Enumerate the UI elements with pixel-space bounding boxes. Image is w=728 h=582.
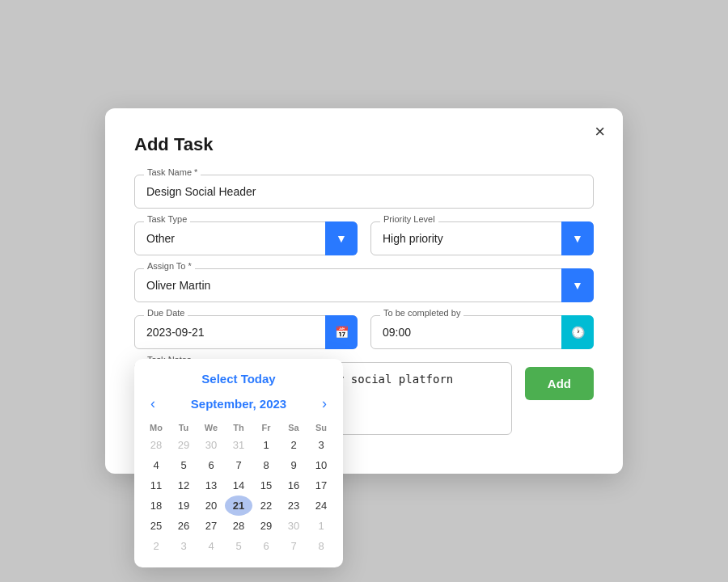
- chevron-down-icon: ▼: [572, 232, 583, 245]
- calendar-day-cell[interactable]: 2: [142, 536, 170, 556]
- calendar-day-cell[interactable]: 19: [170, 496, 197, 516]
- calendar-day-cell[interactable]: 9: [280, 455, 307, 475]
- calendar-week-row: 28293031123: [142, 435, 335, 455]
- task-type-input[interactable]: [134, 221, 358, 255]
- calendar-day-cell[interactable]: 15: [252, 475, 280, 496]
- calendar-day-cell[interactable]: 24: [307, 496, 335, 516]
- calendar-day-header: Fr: [252, 420, 280, 435]
- calendar-day-cell[interactable]: 3: [307, 435, 335, 455]
- chevron-down-icon: ▼: [336, 232, 347, 245]
- calendar-day-cell[interactable]: 8: [307, 536, 335, 556]
- calendar-day-cell[interactable]: 29: [170, 435, 197, 455]
- calendar-dropdown: Select Today ‹ September, 2023 › MoTuWeT…: [134, 359, 343, 567]
- task-type-dropdown-btn[interactable]: ▼: [325, 221, 358, 255]
- calendar-day-cell[interactable]: 28: [225, 516, 252, 536]
- add-task-button[interactable]: Add: [525, 367, 594, 400]
- task-name-group: Task Name *: [134, 175, 594, 209]
- calendar-month-label: September, 2023: [191, 397, 286, 411]
- priority-label: Priority Level: [380, 214, 438, 224]
- calendar-week-row: 2345678: [142, 536, 335, 556]
- assign-to-input[interactable]: [134, 268, 594, 302]
- calendar-day-cell[interactable]: 4: [142, 455, 170, 475]
- calendar-day-cell[interactable]: 20: [197, 496, 225, 516]
- completion-time-label: To be completed by: [380, 308, 463, 318]
- calendar-day-cell[interactable]: 23: [280, 496, 307, 516]
- calendar-week-row: 18192021222324: [142, 496, 335, 516]
- calendar-grid: MoTuWeThFrSaSu 2829303112345678910111213…: [142, 420, 335, 556]
- task-name-input[interactable]: [134, 175, 594, 209]
- type-priority-row: Task Type ▼ Priority Level ▼: [134, 221, 594, 255]
- modal-title: Add Task: [134, 134, 594, 155]
- calendar-day-cell[interactable]: 30: [197, 435, 225, 455]
- calendar-day-header: Th: [225, 420, 252, 435]
- prev-month-btn[interactable]: ‹: [146, 394, 160, 414]
- calendar-day-cell[interactable]: 29: [252, 516, 280, 536]
- priority-input[interactable]: [370, 221, 594, 255]
- calendar-day-header: Sa: [280, 420, 307, 435]
- completion-time-input[interactable]: [370, 315, 594, 349]
- calendar-week-row: 2526272829301: [142, 516, 335, 536]
- calendar-body: 2829303112345678910111213141516171819202…: [142, 435, 335, 556]
- calendar-day-header: We: [197, 420, 225, 435]
- calendar-day-cell[interactable]: 18: [142, 496, 170, 516]
- calendar-day-cell[interactable]: 8: [252, 455, 280, 475]
- calendar-day-cell[interactable]: 1: [307, 516, 335, 536]
- assign-to-dropdown-btn[interactable]: ▼: [561, 268, 594, 302]
- calendar-day-cell[interactable]: 16: [280, 475, 307, 496]
- calendar-day-cell[interactable]: 12: [170, 475, 197, 496]
- calendar-week-row: 45678910: [142, 455, 335, 475]
- calendar-day-cell[interactable]: 27: [197, 516, 225, 536]
- calendar-day-cell[interactable]: 2: [280, 435, 307, 455]
- calendar-day-cell[interactable]: 7: [280, 536, 307, 556]
- completion-time-group: To be completed by 🕐: [370, 315, 594, 349]
- clock-icon: 🕐: [571, 326, 585, 339]
- assign-to-group: Assign To * ▼: [134, 268, 594, 302]
- calendar-day-cell[interactable]: 25: [142, 516, 170, 536]
- calendar-day-header: Mo: [142, 420, 170, 435]
- due-date-input[interactable]: [134, 315, 358, 349]
- close-button[interactable]: ×: [595, 123, 605, 141]
- calendar-week-row: 11121314151617: [142, 475, 335, 496]
- task-type-group: Task Type ▼: [134, 221, 358, 255]
- calendar-day-cell[interactable]: 22: [252, 496, 280, 516]
- calendar-day-cell[interactable]: 4: [197, 536, 225, 556]
- calendar-day-cell[interactable]: 13: [197, 475, 225, 496]
- calendar-day-cell[interactable]: 14: [225, 475, 252, 496]
- select-today-btn[interactable]: Select Today: [142, 369, 335, 394]
- calendar-day-headers: MoTuWeThFrSaSu: [142, 420, 335, 435]
- calendar-day-cell[interactable]: 21: [225, 496, 252, 516]
- task-name-label: Task Name *: [144, 167, 201, 177]
- calendar-day-cell[interactable]: 10: [307, 455, 335, 475]
- calendar-day-cell[interactable]: 1: [252, 435, 280, 455]
- calendar-day-cell[interactable]: 17: [307, 475, 335, 496]
- chevron-down-icon: ▼: [572, 279, 583, 292]
- calendar-day-header: Tu: [170, 420, 197, 435]
- assign-to-label: Assign To *: [144, 261, 195, 271]
- calendar-day-cell[interactable]: 5: [170, 455, 197, 475]
- calendar-day-cell[interactable]: 26: [170, 516, 197, 536]
- calendar-day-cell[interactable]: 28: [142, 435, 170, 455]
- calendar-day-cell[interactable]: 6: [252, 536, 280, 556]
- date-time-row: Due Date 📅 Select Today ‹ September, 202…: [134, 315, 594, 349]
- calendar-day-cell[interactable]: 5: [225, 536, 252, 556]
- add-task-modal: × Add Task Task Name * Task Type ▼ Prior…: [105, 108, 623, 474]
- calendar-day-cell[interactable]: 3: [170, 536, 197, 556]
- next-month-btn[interactable]: ›: [317, 394, 332, 414]
- calendar-day-cell[interactable]: 31: [225, 435, 252, 455]
- due-date-group: Due Date 📅 Select Today ‹ September, 202…: [134, 315, 358, 349]
- task-type-label: Task Type: [144, 214, 190, 224]
- priority-level-group: Priority Level ▼: [370, 221, 594, 255]
- calendar-day-cell[interactable]: 6: [197, 455, 225, 475]
- calendar-header: ‹ September, 2023 ›: [142, 394, 335, 414]
- completion-time-clock-btn[interactable]: 🕐: [561, 315, 594, 349]
- calendar-day-cell[interactable]: 30: [280, 516, 307, 536]
- due-date-calendar-btn[interactable]: 📅: [325, 315, 358, 349]
- calendar-day-header: Su: [307, 420, 335, 435]
- calendar-icon: 📅: [335, 326, 349, 339]
- modal-overlay: × Add Task Task Name * Task Type ▼ Prior…: [0, 0, 728, 582]
- calendar-day-cell[interactable]: 11: [142, 475, 170, 496]
- due-date-label: Due Date: [144, 308, 188, 318]
- calendar-day-cell[interactable]: 7: [225, 455, 252, 475]
- priority-dropdown-btn[interactable]: ▼: [561, 221, 594, 255]
